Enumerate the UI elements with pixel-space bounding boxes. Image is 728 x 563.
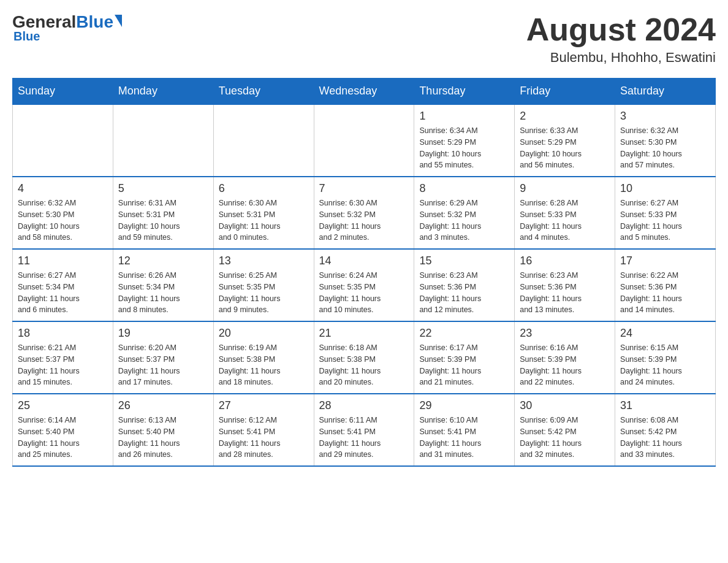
- day-number: 26: [118, 399, 208, 412]
- day-info: Sunrise: 6:14 AMSunset: 5:40 PMDaylight:…: [18, 415, 108, 461]
- calendar-cell: 13Sunrise: 6:25 AMSunset: 5:35 PMDayligh…: [213, 249, 314, 321]
- calendar-cell: 23Sunrise: 6:16 AMSunset: 5:39 PMDayligh…: [515, 321, 615, 394]
- calendar-cell: 20Sunrise: 6:19 AMSunset: 5:38 PMDayligh…: [213, 321, 314, 394]
- calendar-cell: [213, 104, 314, 177]
- day-number: 12: [118, 255, 208, 267]
- calendar-cell: 31Sunrise: 6:08 AMSunset: 5:42 PMDayligh…: [615, 394, 716, 466]
- day-number: 10: [620, 182, 710, 195]
- day-info: Sunrise: 6:11 AMSunset: 5:41 PMDaylight:…: [319, 415, 409, 461]
- day-number: 25: [18, 399, 108, 412]
- calendar-cell: 12Sunrise: 6:26 AMSunset: 5:34 PMDayligh…: [113, 249, 213, 321]
- day-info: Sunrise: 6:33 AMSunset: 5:29 PMDaylight:…: [520, 125, 610, 171]
- calendar-week-5: 25Sunrise: 6:14 AMSunset: 5:40 PMDayligh…: [13, 394, 716, 466]
- day-info: Sunrise: 6:13 AMSunset: 5:40 PMDaylight:…: [118, 415, 208, 461]
- day-info: Sunrise: 6:23 AMSunset: 5:36 PMDaylight:…: [520, 270, 610, 316]
- day-info: Sunrise: 6:24 AMSunset: 5:35 PMDaylight:…: [319, 270, 409, 316]
- day-info: Sunrise: 6:15 AMSunset: 5:39 PMDaylight:…: [620, 342, 710, 388]
- calendar-cell: 26Sunrise: 6:13 AMSunset: 5:40 PMDayligh…: [113, 394, 213, 466]
- calendar-cell: [13, 104, 113, 177]
- calendar-cell: [314, 104, 414, 177]
- day-number: 4: [18, 182, 108, 195]
- calendar-cell: 6Sunrise: 6:30 AMSunset: 5:31 PMDaylight…: [213, 177, 314, 249]
- calendar-week-1: 1Sunrise: 6:34 AMSunset: 5:29 PMDaylight…: [13, 104, 716, 177]
- day-number: 13: [219, 255, 309, 267]
- day-number: 3: [620, 110, 710, 123]
- calendar-cell: 21Sunrise: 6:18 AMSunset: 5:38 PMDayligh…: [314, 321, 414, 394]
- day-number: 5: [118, 182, 208, 195]
- title-area: August 2024 Bulembu, Hhohho, Eswatini: [526, 12, 716, 66]
- calendar-cell: 9Sunrise: 6:28 AMSunset: 5:33 PMDaylight…: [515, 177, 615, 249]
- day-info: Sunrise: 6:25 AMSunset: 5:35 PMDaylight:…: [219, 270, 309, 316]
- day-info: Sunrise: 6:08 AMSunset: 5:42 PMDaylight:…: [620, 415, 710, 461]
- day-info: Sunrise: 6:12 AMSunset: 5:41 PMDaylight:…: [219, 415, 309, 461]
- day-info: Sunrise: 6:29 AMSunset: 5:32 PMDaylight:…: [419, 197, 509, 243]
- calendar-cell: 28Sunrise: 6:11 AMSunset: 5:41 PMDayligh…: [314, 394, 414, 466]
- calendar-cell: 10Sunrise: 6:27 AMSunset: 5:33 PMDayligh…: [615, 177, 716, 249]
- calendar-cell: 22Sunrise: 6:17 AMSunset: 5:39 PMDayligh…: [414, 321, 515, 394]
- month-title: August 2024: [526, 12, 716, 47]
- calendar-cell: 14Sunrise: 6:24 AMSunset: 5:35 PMDayligh…: [314, 249, 414, 321]
- day-number: 17: [620, 255, 710, 267]
- day-number: 29: [419, 399, 509, 412]
- day-info: Sunrise: 6:18 AMSunset: 5:38 PMDaylight:…: [319, 342, 409, 388]
- calendar-week-3: 11Sunrise: 6:27 AMSunset: 5:34 PMDayligh…: [13, 249, 716, 321]
- day-info: Sunrise: 6:09 AMSunset: 5:42 PMDaylight:…: [520, 415, 610, 461]
- day-info: Sunrise: 6:20 AMSunset: 5:37 PMDaylight:…: [118, 342, 208, 388]
- day-info: Sunrise: 6:30 AMSunset: 5:31 PMDaylight:…: [219, 197, 309, 243]
- logo-triangle-icon: [115, 15, 122, 27]
- calendar-header-wednesday: Wednesday: [314, 79, 414, 105]
- location: Bulembu, Hhohho, Eswatini: [526, 50, 716, 66]
- calendar-cell: 16Sunrise: 6:23 AMSunset: 5:36 PMDayligh…: [515, 249, 615, 321]
- calendar-cell: 11Sunrise: 6:27 AMSunset: 5:34 PMDayligh…: [13, 249, 113, 321]
- day-number: 20: [219, 327, 309, 340]
- logo-underline: Blue: [13, 29, 40, 44]
- day-number: 15: [419, 255, 509, 267]
- calendar-header-sunday: Sunday: [13, 79, 113, 105]
- calendar-cell: 19Sunrise: 6:20 AMSunset: 5:37 PMDayligh…: [113, 321, 213, 394]
- day-number: 11: [18, 255, 108, 267]
- day-number: 6: [219, 182, 309, 195]
- calendar-header-tuesday: Tuesday: [213, 79, 314, 105]
- day-number: 31: [620, 399, 710, 412]
- day-number: 23: [520, 327, 610, 340]
- header: GeneralBlue Blue August 2024 Bulembu, Hh…: [12, 12, 716, 66]
- day-info: Sunrise: 6:19 AMSunset: 5:38 PMDaylight:…: [219, 342, 309, 388]
- day-number: 1: [419, 110, 509, 123]
- day-number: 28: [319, 399, 409, 412]
- calendar-cell: 27Sunrise: 6:12 AMSunset: 5:41 PMDayligh…: [213, 394, 314, 466]
- calendar-cell: 15Sunrise: 6:23 AMSunset: 5:36 PMDayligh…: [414, 249, 515, 321]
- calendar-week-4: 18Sunrise: 6:21 AMSunset: 5:37 PMDayligh…: [13, 321, 716, 394]
- calendar-header-thursday: Thursday: [414, 79, 515, 105]
- calendar-cell: 2Sunrise: 6:33 AMSunset: 5:29 PMDaylight…: [515, 104, 615, 177]
- day-number: 9: [520, 182, 610, 195]
- day-number: 21: [319, 327, 409, 340]
- day-info: Sunrise: 6:10 AMSunset: 5:41 PMDaylight:…: [419, 415, 509, 461]
- day-number: 14: [319, 255, 409, 267]
- calendar-header-saturday: Saturday: [615, 79, 716, 105]
- day-number: 8: [419, 182, 509, 195]
- calendar-cell: 17Sunrise: 6:22 AMSunset: 5:36 PMDayligh…: [615, 249, 716, 321]
- day-number: 22: [419, 327, 509, 340]
- day-info: Sunrise: 6:32 AMSunset: 5:30 PMDaylight:…: [18, 197, 108, 243]
- calendar-cell: 1Sunrise: 6:34 AMSunset: 5:29 PMDaylight…: [414, 104, 515, 177]
- day-number: 27: [219, 399, 309, 412]
- calendar-cell: 24Sunrise: 6:15 AMSunset: 5:39 PMDayligh…: [615, 321, 716, 394]
- day-info: Sunrise: 6:32 AMSunset: 5:30 PMDaylight:…: [620, 125, 710, 171]
- day-info: Sunrise: 6:31 AMSunset: 5:31 PMDaylight:…: [118, 197, 208, 243]
- day-info: Sunrise: 6:16 AMSunset: 5:39 PMDaylight:…: [520, 342, 610, 388]
- day-info: Sunrise: 6:22 AMSunset: 5:36 PMDaylight:…: [620, 270, 710, 316]
- day-info: Sunrise: 6:28 AMSunset: 5:33 PMDaylight:…: [520, 197, 610, 243]
- day-info: Sunrise: 6:23 AMSunset: 5:36 PMDaylight:…: [419, 270, 509, 316]
- logo: GeneralBlue Blue: [12, 12, 122, 44]
- calendar-cell: 29Sunrise: 6:10 AMSunset: 5:41 PMDayligh…: [414, 394, 515, 466]
- day-info: Sunrise: 6:21 AMSunset: 5:37 PMDaylight:…: [18, 342, 108, 388]
- calendar-cell: 18Sunrise: 6:21 AMSunset: 5:37 PMDayligh…: [13, 321, 113, 394]
- day-info: Sunrise: 6:27 AMSunset: 5:34 PMDaylight:…: [18, 270, 108, 316]
- day-number: 24: [620, 327, 710, 340]
- day-number: 30: [520, 399, 610, 412]
- calendar-header-monday: Monday: [113, 79, 213, 105]
- calendar-week-2: 4Sunrise: 6:32 AMSunset: 5:30 PMDaylight…: [13, 177, 716, 249]
- day-info: Sunrise: 6:30 AMSunset: 5:32 PMDaylight:…: [319, 197, 409, 243]
- calendar-cell: 3Sunrise: 6:32 AMSunset: 5:30 PMDaylight…: [615, 104, 716, 177]
- calendar-table: SundayMondayTuesdayWednesdayThursdayFrid…: [12, 78, 716, 467]
